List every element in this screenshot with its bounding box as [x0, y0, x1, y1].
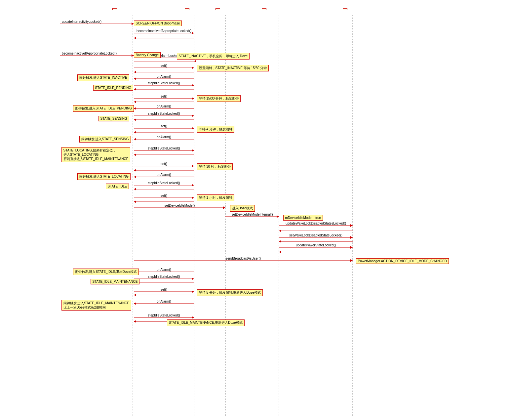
- note-13: 闹钟触发,进入STATE_LOCATING: [77, 173, 131, 180]
- svg-marker-88: [279, 230, 281, 232]
- svg-text:updateInteractivityLocked(): updateInteractivityLocked(): [62, 20, 101, 23]
- svg-text:becomeInactiveIfAppropriateLoc: becomeInactiveIfAppropriateLocked(): [136, 29, 191, 33]
- svg-marker-35: [192, 97, 194, 100]
- svg-text:updatePowerStateLocked(): updatePowerStateLocked(): [295, 243, 335, 247]
- svg-marker-22: [192, 66, 194, 69]
- svg-marker-46: [134, 118, 136, 121]
- svg-text:set(): set(): [161, 162, 167, 166]
- svg-marker-9: [192, 32, 194, 34]
- svg-marker-77: [134, 200, 136, 203]
- svg-text:becomeInactiveIfAppropriateLoc: becomeInactiveIfAppropriateLocked(): [62, 52, 117, 55]
- participant-am: [185, 8, 189, 10]
- svg-marker-69: [192, 184, 194, 187]
- svg-text:onAlarm(): onAlarm(): [157, 300, 171, 303]
- svg-text:stepIdleStateLocked(): stepIdleStateLocked(): [148, 275, 180, 278]
- svg-text:stepIdleStateLocked(): stepIdleStateLocked(): [148, 314, 180, 317]
- svg-text:set(): set(): [161, 124, 167, 128]
- svg-marker-100: [350, 259, 353, 262]
- svg-text:sendBroadcastAsUser(): sendBroadcastAsUser(): [225, 257, 260, 260]
- svg-marker-106: [192, 277, 194, 280]
- svg-marker-48: [192, 127, 194, 130]
- note-18: PowerManager.ACTION_DEVICE_IDLE_MODE_CHA…: [356, 258, 449, 264]
- svg-marker-114: [134, 294, 136, 296]
- svg-marker-30: [192, 84, 194, 87]
- svg-text:setDeviceIdleModeInternal(): setDeviceIdleModeInternal(): [231, 213, 273, 216]
- note-16: 进入Doze模式: [230, 205, 255, 212]
- svg-marker-111: [192, 290, 194, 293]
- svg-marker-66: [134, 176, 136, 178]
- svg-text:stepIdleStateLocked(): stepIdleStateLocked(): [148, 81, 180, 85]
- svg-text:set(): set(): [161, 64, 167, 67]
- svg-text:updateWakeLockDisabledStatesLo: updateWakeLockDisabledStatesLocked(): [285, 222, 346, 225]
- svg-marker-82: [277, 215, 279, 218]
- svg-marker-40: [134, 107, 136, 110]
- note-11: STATE_LOCATING,如果有在定位， 进入STATE_LOCATING …: [61, 147, 131, 162]
- note-6: 等待 15/30 分钟，触发闹钟: [197, 95, 241, 102]
- svg-marker-33: [134, 88, 136, 91]
- note-8: STATE_SENSING: [98, 116, 129, 121]
- svg-text:stepIdleStateLocked(): stepIdleStateLocked(): [148, 112, 180, 115]
- note-5: STATE_IDLE_PENDING: [93, 85, 134, 91]
- svg-marker-72: [134, 188, 136, 190]
- note-0: SCREEN OFF/ON BootPhase: [134, 21, 182, 26]
- svg-marker-14: [132, 54, 134, 57]
- svg-marker-74: [192, 196, 194, 199]
- svg-marker-122: [134, 320, 136, 323]
- note-23: STATE_IDLE_MAINTENANCE,重新进入Doze模式: [167, 319, 245, 326]
- note-4: 闹钟触发,进入STATE_INACTIVE: [77, 74, 129, 81]
- svg-marker-43: [192, 114, 194, 117]
- svg-marker-85: [350, 224, 353, 227]
- svg-marker-59: [134, 153, 136, 156]
- svg-text:stepIdleStateLocked(): stepIdleStateLocked(): [148, 147, 180, 150]
- svg-marker-27: [134, 77, 136, 80]
- svg-marker-90: [350, 236, 353, 239]
- svg-text:onAlarm(): onAlarm(): [157, 268, 171, 272]
- svg-marker-56: [192, 149, 194, 152]
- svg-marker-79: [223, 206, 225, 209]
- note-14: STATE_IDLE: [106, 184, 129, 189]
- participant-pms: [262, 8, 266, 10]
- svg-text:onAlarm(): onAlarm(): [157, 135, 171, 139]
- svg-marker-95: [350, 246, 353, 249]
- svg-marker-116: [134, 302, 136, 305]
- svg-marker-38: [134, 101, 136, 103]
- svg-text:set(): set(): [161, 194, 167, 197]
- note-9: 等待 4 分钟，触发闹钟: [197, 126, 234, 133]
- note-17: mDeviceIdleMode = true: [283, 215, 323, 221]
- svg-text:setWakeLockDisabledStateLocked: setWakeLockDisabledStateLocked(): [289, 233, 342, 237]
- svg-text:onAlarm(): onAlarm(): [157, 105, 171, 108]
- note-19: 闹钟触发,进入STATE_IDLE;退出Doze模式: [73, 269, 139, 275]
- svg-marker-93: [279, 240, 281, 243]
- note-3: 设置闹钟，STATE_INACTIVE 等待 15/30 分钟: [197, 65, 269, 71]
- svg-marker-98: [279, 251, 281, 253]
- svg-text:setDeviceIdleMode(): setDeviceIdleMode(): [164, 204, 195, 207]
- svg-marker-64: [134, 169, 136, 172]
- participant-pm: [216, 8, 220, 10]
- note-2: STATE_INACTIVE，手机空闲，即将进入 Doze: [177, 53, 250, 60]
- note-20: STATE_IDLE_MAINTENANCE: [91, 279, 140, 284]
- svg-marker-6: [132, 22, 134, 25]
- svg-marker-25: [134, 71, 136, 73]
- svg-text:set(): set(): [161, 95, 167, 98]
- svg-text:stepIdleStateLocked(): stepIdleStateLocked(): [148, 181, 180, 185]
- participant-content: [343, 8, 347, 10]
- note-7: 闹钟触发,进入STATE_IDLE_PENDING: [73, 105, 134, 112]
- svg-marker-53: [134, 138, 136, 141]
- note-22: 闹钟触发,进入STATE_IDLE_MAINTENANCE 比上一次Doze模式…: [61, 300, 132, 311]
- note-15: 等待 1 小时，触发闹钟: [197, 194, 234, 201]
- note-1: Battery Change: [134, 52, 161, 58]
- svg-text:onAlarm(): onAlarm(): [157, 173, 171, 177]
- svg-text:onAlarm(): onAlarm(): [157, 75, 171, 78]
- svg-marker-12: [134, 37, 136, 39]
- svg-text:set(): set(): [161, 288, 167, 291]
- note-21: 等待 5 分钟，触发闹钟,重新进入Doze模式: [197, 289, 263, 296]
- note-12: 等待 30 秒，触发闹钟: [197, 163, 233, 170]
- note-10: 闹钟触发,进入STATE_SENSING: [79, 136, 131, 143]
- svg-marker-51: [134, 131, 136, 134]
- svg-marker-119: [192, 316, 194, 319]
- participant-dic: [112, 8, 117, 10]
- svg-marker-61: [192, 165, 194, 167]
- svg-marker-20: [194, 60, 196, 63]
